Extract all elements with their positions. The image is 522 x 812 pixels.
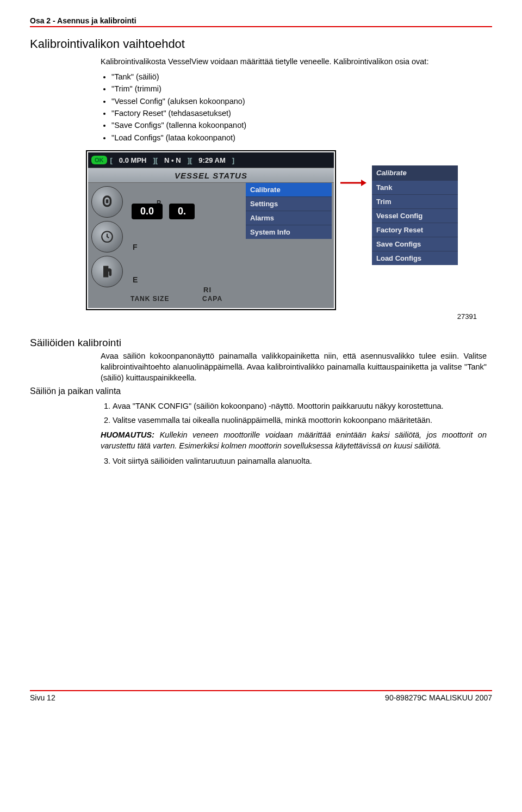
readout-value: 0. (169, 204, 195, 219)
doc-section-header: Osa 2 - Asennus ja kalibrointi (30, 16, 492, 27)
device-main-area: P 0.0 0. F E RI TANK SIZE CAPA Setup Cal… (88, 183, 334, 308)
f-label: F (133, 243, 138, 251)
fuel-icon (91, 256, 123, 287)
gauge-icon (91, 186, 123, 218)
tank-size-label: TANK SIZE (130, 295, 169, 303)
submenu-item-load-configs[interactable]: Load Configs (372, 251, 458, 265)
submenu-item-vessel-config[interactable]: Vessel Config (372, 208, 458, 223)
submenu-item-save-configs[interactable]: Save Configs (372, 237, 458, 251)
calibrate-submenu: Calibrate Tank Trim Vessel Config Factor… (372, 165, 458, 265)
section-body-text: Avaa säiliön kokoonpanonäyttö painamalla… (101, 351, 487, 383)
compass-value: N • N (164, 156, 181, 164)
svg-marker-3 (361, 180, 366, 186)
note-label: HUOMAUTUS: (101, 430, 154, 439)
note-text: HUOMAUTUS: Kullekin veneen moottorille v… (101, 429, 487, 452)
footer-page-number: Sivu 12 (30, 693, 55, 702)
gauge-icon (91, 221, 123, 253)
list-item: Voit siirtyä säiliöiden valintaruutuun p… (113, 456, 487, 466)
bullet-item: "Trim" (trimmi) (111, 83, 487, 95)
note-body: Kullekin veneen moottorille voidaan määr… (101, 430, 487, 450)
e-label: E (133, 275, 138, 284)
readout-value: 0.0 (132, 204, 163, 219)
bullet-item: "Tank" (säiliö) (111, 71, 487, 83)
speed-unit: MPH (131, 156, 147, 164)
bullet-item: "Vessel Config" (aluksen kokoonpano) (111, 95, 487, 107)
menu-item-settings[interactable]: Settings (246, 196, 332, 211)
menu-item-alarms[interactable]: Alarms (246, 211, 332, 225)
bullet-item: "Factory Reset" (tehdasasetukset) (111, 107, 487, 119)
submenu-item-factory-reset[interactable]: Factory Reset (372, 223, 458, 237)
menu-item-calibrate[interactable]: Calibrate (246, 183, 332, 196)
svg-rect-0 (106, 200, 109, 204)
intro-text: Kalibrointivalikosta VesselView voidaan … (101, 57, 487, 67)
section-heading: Säiliöiden kalibrointi (30, 337, 492, 349)
bullet-list: "Tank" (säiliö) "Trim" (trimmi) "Vessel … (101, 71, 487, 144)
ok-badge: OK (91, 156, 107, 164)
menu-item-system-info[interactable]: System Info (246, 225, 332, 239)
numbered-list: Avaa "TANK CONFIG" (säiliön kokoonpano) … (101, 401, 487, 426)
clock-value: 9:29 AM (198, 156, 225, 164)
footer-doc-id: 90-898279C MAALISKUU 2007 (385, 693, 492, 702)
bullet-item: "Load Configs" (lataa kokoonpanot) (111, 132, 487, 144)
setup-menu: Setup Calibrate Settings Alarms System I… (246, 183, 332, 239)
doc-footer: Sivu 12 90-898279C MAALISKUU 2007 (30, 690, 492, 702)
arrow-icon (340, 179, 366, 187)
calibrate-submenu-title: Calibrate (372, 165, 458, 180)
rl-label: RI (203, 286, 212, 294)
bullet-item: "Save Configs" (tallenna kokoonpanot) (111, 119, 487, 131)
capa-label: CAPA (202, 295, 222, 303)
figure-caption: 27391 (30, 312, 477, 321)
page-title: Kalibrointivalikon vaihtoehdot (30, 37, 492, 51)
device-screen: OK [ 0.0 MPH ][ N • N ][ 9:29 AM ] VESSE… (86, 150, 336, 310)
list-item: Valitse vasemmalla tai oikealla nuolinäp… (113, 415, 487, 426)
numbered-list: Voit siirtyä säiliöiden valintaruutuun p… (101, 456, 487, 466)
speed-value: 0.0 (119, 156, 129, 164)
device-status-bar: OK [ 0.0 MPH ][ N • N ][ 9:29 AM ] (88, 152, 334, 168)
device-figure: OK [ 0.0 MPH ][ N • N ][ 9:29 AM ] VESSE… (52, 150, 492, 310)
submenu-item-trim[interactable]: Trim (372, 194, 458, 208)
submenu-item-tank[interactable]: Tank (372, 180, 458, 194)
list-item: Avaa "TANK CONFIG" (säiliön kokoonpano) … (113, 401, 487, 411)
vessel-status-label: VESSEL STATUS (88, 168, 334, 183)
subsection-heading: Säiliön ja paikan valinta (30, 386, 492, 396)
